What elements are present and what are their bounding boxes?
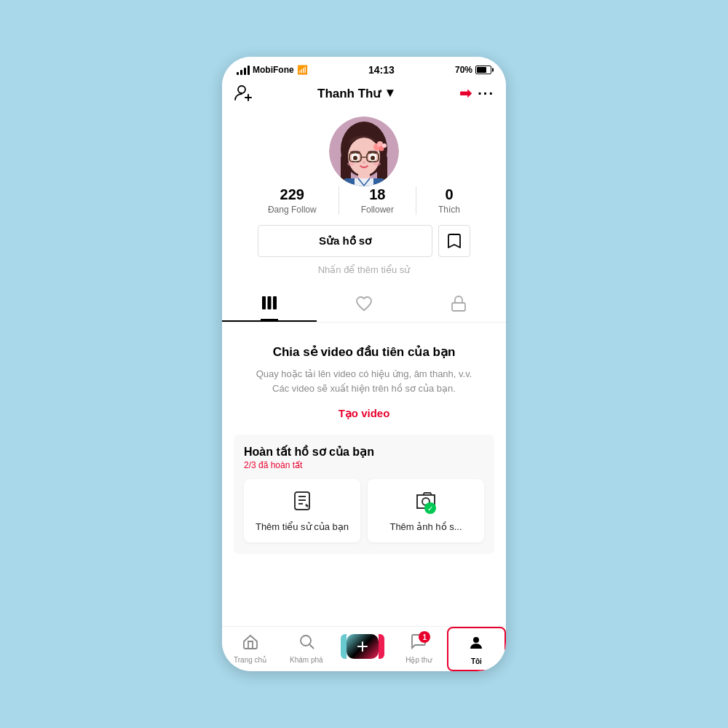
explore-label: Khám phá <box>290 656 323 664</box>
following-label: Đang Follow <box>268 205 317 215</box>
more-options-icon[interactable]: ··· <box>478 85 494 102</box>
username-dropdown[interactable]: Thanh Thư ▼ <box>317 86 396 101</box>
svg-rect-24 <box>262 296 266 309</box>
complete-profile-section: Hoàn tất hồ sơ của bạn 2/3 đã hoàn tất T… <box>234 435 494 554</box>
photo-card-label: Thêm ảnh hồ s... <box>389 521 462 532</box>
nav-create[interactable]: + <box>334 628 390 671</box>
status-bar: MobiFone 📶 14:13 70% <box>222 57 506 79</box>
svg-rect-25 <box>268 296 272 309</box>
complete-subtitle: 2/3 đã hoàn tất <box>244 460 484 470</box>
likes-stat[interactable]: 0 Thích <box>416 186 482 215</box>
follower-label: Follower <box>361 205 394 215</box>
photo-icon-wrap: ✓ <box>414 489 438 515</box>
wifi-icon: 📶 <box>297 65 308 75</box>
action-buttons: Sửa hồ sơ <box>234 225 494 264</box>
dropdown-icon: ▼ <box>384 86 396 100</box>
home-label: Trang chủ <box>234 656 266 664</box>
edit-profile-button[interactable]: Sửa hồ sơ <box>258 225 432 257</box>
svg-point-15 <box>363 162 365 164</box>
nav-explore[interactable]: Khám phá <box>278 627 334 671</box>
battery-percent: 70% <box>455 65 472 75</box>
create-button[interactable]: + <box>347 634 379 659</box>
add-user-button[interactable] <box>234 83 254 103</box>
nav-right: ➡ ··· <box>459 84 494 102</box>
following-stat[interactable]: 229 Đang Follow <box>246 186 339 215</box>
inbox-label: Hộp thư <box>405 656 432 664</box>
status-right: 70% <box>455 65 491 75</box>
profile-icon <box>467 634 485 656</box>
empty-title: Chia sẻ video đầu tiên của bạn <box>273 344 456 360</box>
following-count: 229 <box>280 186 304 203</box>
complete-title: Hoàn tất hồ sơ của bạn <box>244 445 484 459</box>
svg-rect-26 <box>273 296 277 309</box>
top-nav: Thanh Thư ▼ ➡ ··· <box>222 79 506 109</box>
search-icon <box>298 633 315 654</box>
tab-liked[interactable] <box>317 285 411 322</box>
inbox-icon: 1 <box>410 633 427 654</box>
bookmark-button[interactable] <box>438 225 470 257</box>
content-area: Chia sẻ video đầu tiên của bạn Quay hoặc… <box>222 323 506 626</box>
avatar[interactable] <box>329 116 399 186</box>
time-display: 14:13 <box>368 64 395 76</box>
follower-count: 18 <box>369 186 385 203</box>
svg-point-17 <box>373 162 381 166</box>
notification-badge: 1 <box>419 631 430 643</box>
nav-inbox[interactable]: 1 Hộp thư <box>391 627 447 671</box>
complete-cards: Thêm tiểu sử của bạn ✓ Thêm ảnh hồ s... <box>244 479 484 542</box>
nav-home[interactable]: Trang chủ <box>222 627 278 671</box>
stats-row: 229 Đang Follow 18 Follower 0 Thích <box>234 186 494 215</box>
svg-line-32 <box>309 645 314 649</box>
complete-card-bio[interactable]: Thêm tiểu sử của bạn <box>244 479 360 542</box>
empty-state: Chia sẻ video đầu tiên của bạn Quay hoặc… <box>234 344 494 435</box>
nav-profile[interactable]: Tôi <box>447 627 506 671</box>
create-video-button[interactable]: Tạo video <box>339 407 390 420</box>
follower-stat[interactable]: 18 Follower <box>339 186 416 215</box>
svg-point-21 <box>382 143 387 148</box>
svg-point-16 <box>347 162 355 166</box>
arrow-right-icon: ➡ <box>459 84 472 102</box>
svg-rect-27 <box>452 303 465 311</box>
status-left: MobiFone 📶 <box>237 65 308 75</box>
svg-point-13 <box>353 156 357 160</box>
svg-point-31 <box>301 636 311 646</box>
bottom-nav: Trang chủ Khám phá + 1 Hộp thư <box>222 626 506 671</box>
carrier-name: MobiFone <box>253 65 294 75</box>
profile-area: 229 Đang Follow 18 Follower 0 Thích Sửa … <box>222 109 506 285</box>
bio-icon-wrap <box>290 489 314 515</box>
svg-point-33 <box>473 637 479 643</box>
empty-description: Quay hoặc tải lên video có hiệu ứng, âm … <box>248 367 480 395</box>
phone-frame: MobiFone 📶 14:13 70% Thanh Thư ▼ ➡ ··· <box>222 57 506 671</box>
svg-point-0 <box>238 86 245 93</box>
home-icon <box>242 633 259 654</box>
svg-point-14 <box>371 156 375 160</box>
complete-card-photo[interactable]: ✓ Thêm ảnh hồ s... <box>368 479 484 542</box>
profile-label: Tôi <box>471 657 482 665</box>
likes-count: 0 <box>445 186 453 203</box>
battery-icon <box>475 66 491 74</box>
bio-hint[interactable]: Nhấn để thêm tiểu sử <box>318 264 411 275</box>
tab-videos[interactable] <box>222 285 317 322</box>
likes-label: Thích <box>438 205 460 215</box>
signal-icon <box>237 66 250 75</box>
username-text: Thanh Thư <box>317 86 381 101</box>
bio-card-label: Thêm tiểu sử của bạn <box>256 521 349 532</box>
tab-private[interactable] <box>411 285 506 322</box>
tabs-row <box>222 285 506 323</box>
check-badge: ✓ <box>424 502 436 514</box>
